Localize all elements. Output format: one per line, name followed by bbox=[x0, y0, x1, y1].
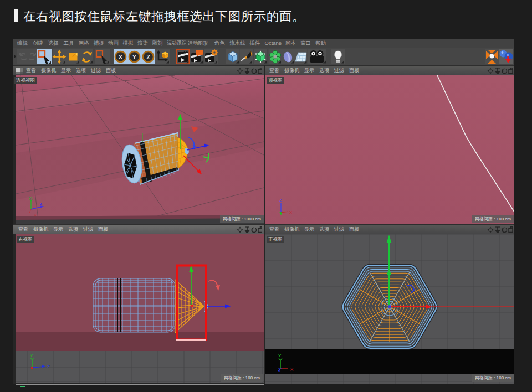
svg-text:X: X bbox=[119, 54, 123, 60]
svg-text:Y: Y bbox=[132, 54, 137, 60]
svg-text:x: x bbox=[34, 213, 37, 216]
svg-text:Y: Y bbox=[278, 353, 282, 358]
svg-text:Z: Z bbox=[47, 364, 50, 369]
svg-text:Z: Z bbox=[279, 198, 282, 203]
svg-text:Y: Y bbox=[30, 353, 33, 358]
svg-text:X: X bbox=[290, 367, 294, 372]
svg-text:X: X bbox=[289, 210, 293, 215]
svg-text:Z: Z bbox=[146, 54, 150, 60]
svg-text:Y: Y bbox=[29, 196, 32, 201]
svg-text:z: z bbox=[40, 201, 42, 206]
